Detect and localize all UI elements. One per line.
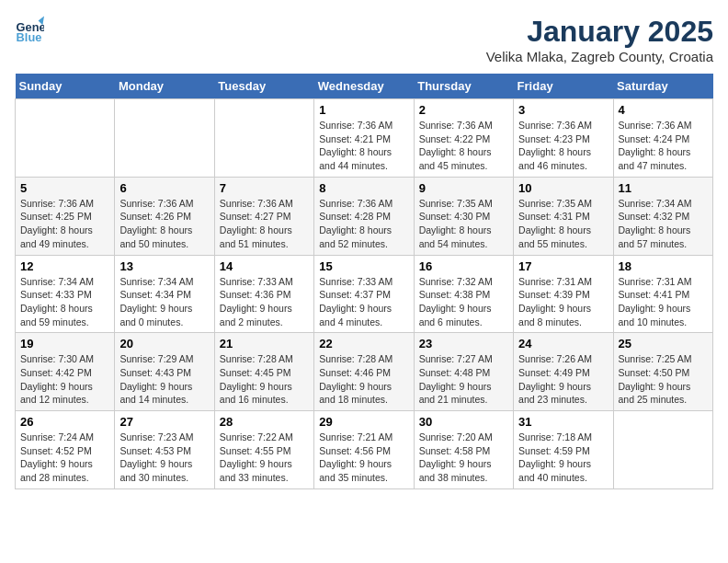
day-number: 10: [518, 181, 608, 195]
day-cell-2: 2Sunrise: 7:36 AMSunset: 4:22 PMDaylight…: [414, 99, 513, 178]
day-number: 23: [419, 337, 508, 350]
day-cell-8: 8Sunrise: 7:36 AMSunset: 4:28 PMDaylight…: [314, 177, 414, 255]
calendar-table: SundayMondayTuesdayWednesdayThursdayFrid…: [15, 74, 713, 489]
day-cell-21: 21Sunrise: 7:28 AMSunset: 4:45 PMDayligh…: [214, 333, 313, 411]
day-cell-4: 4Sunrise: 7:36 AMSunset: 4:24 PMDaylight…: [613, 99, 712, 178]
week-row-4: 19Sunrise: 7:30 AMSunset: 4:42 PMDayligh…: [16, 333, 713, 411]
day-info: Sunrise: 7:35 AMSunset: 4:30 PMDaylight:…: [419, 197, 508, 251]
day-cell-31: 31Sunrise: 7:18 AMSunset: 4:59 PMDayligh…: [514, 411, 613, 489]
day-info: Sunrise: 7:20 AMSunset: 4:58 PMDaylight:…: [419, 431, 508, 485]
empty-cell: [613, 411, 712, 489]
day-info: Sunrise: 7:34 AMSunset: 4:33 PMDaylight:…: [20, 275, 109, 329]
logo-icon: General Blue: [15, 15, 44, 44]
day-info: Sunrise: 7:23 AMSunset: 4:53 PMDaylight:…: [119, 431, 209, 485]
day-number: 21: [220, 337, 309, 350]
day-cell-18: 18Sunrise: 7:31 AMSunset: 4:41 PMDayligh…: [613, 255, 712, 333]
day-number: 7: [220, 181, 309, 195]
day-cell-3: 3Sunrise: 7:36 AMSunset: 4:23 PMDaylight…: [514, 99, 613, 178]
day-info: Sunrise: 7:21 AMSunset: 4:56 PMDaylight:…: [319, 431, 408, 485]
day-info: Sunrise: 7:28 AMSunset: 4:45 PMDaylight:…: [220, 352, 309, 407]
day-info: Sunrise: 7:31 AMSunset: 4:39 PMDaylight:…: [518, 275, 608, 329]
day-cell-13: 13Sunrise: 7:34 AMSunset: 4:34 PMDayligh…: [115, 255, 214, 333]
weekday-header-saturday: Saturday: [613, 74, 712, 99]
day-cell-5: 5Sunrise: 7:36 AMSunset: 4:25 PMDaylight…: [16, 177, 115, 255]
day-number: 19: [20, 337, 109, 350]
day-cell-16: 16Sunrise: 7:32 AMSunset: 4:38 PMDayligh…: [414, 255, 513, 333]
empty-cell: [16, 99, 115, 178]
day-cell-19: 19Sunrise: 7:30 AMSunset: 4:42 PMDayligh…: [16, 333, 115, 411]
day-number: 24: [518, 337, 608, 350]
weekday-header-row: SundayMondayTuesdayWednesdayThursdayFrid…: [16, 74, 713, 99]
day-info: Sunrise: 7:35 AMSunset: 4:31 PMDaylight:…: [518, 197, 608, 251]
day-info: Sunrise: 7:36 AMSunset: 4:25 PMDaylight:…: [20, 197, 109, 251]
day-cell-30: 30Sunrise: 7:20 AMSunset: 4:58 PMDayligh…: [414, 411, 513, 489]
day-cell-1: 1Sunrise: 7:36 AMSunset: 4:21 PMDaylight…: [314, 99, 414, 178]
day-number: 31: [518, 415, 608, 429]
day-info: Sunrise: 7:36 AMSunset: 4:23 PMDaylight:…: [518, 119, 608, 173]
page-header: General Blue January 2025 Velika Mlaka, …: [15, 15, 713, 64]
day-info: Sunrise: 7:28 AMSunset: 4:46 PMDaylight:…: [319, 352, 408, 407]
day-info: Sunrise: 7:36 AMSunset: 4:22 PMDaylight:…: [419, 119, 508, 173]
day-number: 29: [319, 415, 408, 429]
week-row-2: 5Sunrise: 7:36 AMSunset: 4:25 PMDaylight…: [16, 177, 713, 255]
day-number: 6: [119, 181, 209, 195]
day-info: Sunrise: 7:36 AMSunset: 4:24 PMDaylight:…: [619, 119, 708, 173]
day-cell-20: 20Sunrise: 7:29 AMSunset: 4:43 PMDayligh…: [115, 333, 214, 411]
day-number: 26: [20, 415, 109, 429]
weekday-header-thursday: Thursday: [414, 74, 513, 99]
day-number: 18: [619, 259, 708, 273]
weekday-header-wednesday: Wednesday: [314, 74, 414, 99]
day-cell-27: 27Sunrise: 7:23 AMSunset: 4:53 PMDayligh…: [115, 411, 214, 489]
month-title: January 2025: [486, 15, 713, 49]
weekday-header-sunday: Sunday: [16, 74, 115, 99]
day-number: 20: [119, 337, 209, 350]
location-subtitle: Velika Mlaka, Zagreb County, Croatia: [486, 49, 713, 64]
day-number: 15: [319, 259, 408, 273]
day-info: Sunrise: 7:36 AMSunset: 4:28 PMDaylight:…: [319, 197, 408, 251]
day-cell-28: 28Sunrise: 7:22 AMSunset: 4:55 PMDayligh…: [214, 411, 313, 489]
day-info: Sunrise: 7:36 AMSunset: 4:21 PMDaylight:…: [319, 119, 408, 173]
week-row-3: 12Sunrise: 7:34 AMSunset: 4:33 PMDayligh…: [16, 255, 713, 333]
day-info: Sunrise: 7:33 AMSunset: 4:36 PMDaylight:…: [220, 275, 309, 329]
day-number: 14: [220, 259, 309, 273]
day-cell-17: 17Sunrise: 7:31 AMSunset: 4:39 PMDayligh…: [514, 255, 613, 333]
day-number: 1: [319, 103, 408, 117]
day-cell-29: 29Sunrise: 7:21 AMSunset: 4:56 PMDayligh…: [314, 411, 414, 489]
day-number: 27: [119, 415, 209, 429]
day-number: 16: [419, 259, 508, 273]
logo: General Blue: [15, 15, 44, 44]
svg-text:Blue: Blue: [17, 30, 42, 44]
day-info: Sunrise: 7:36 AMSunset: 4:26 PMDaylight:…: [119, 197, 209, 251]
day-cell-7: 7Sunrise: 7:36 AMSunset: 4:27 PMDaylight…: [214, 177, 313, 255]
day-cell-6: 6Sunrise: 7:36 AMSunset: 4:26 PMDaylight…: [115, 177, 214, 255]
day-cell-11: 11Sunrise: 7:34 AMSunset: 4:32 PMDayligh…: [613, 177, 712, 255]
empty-cell: [115, 99, 214, 178]
day-number: 9: [419, 181, 508, 195]
day-info: Sunrise: 7:30 AMSunset: 4:42 PMDaylight:…: [20, 352, 109, 407]
day-info: Sunrise: 7:32 AMSunset: 4:38 PMDaylight:…: [419, 275, 508, 329]
day-number: 12: [20, 259, 109, 273]
day-cell-12: 12Sunrise: 7:34 AMSunset: 4:33 PMDayligh…: [16, 255, 115, 333]
day-number: 8: [319, 181, 408, 195]
weekday-header-monday: Monday: [115, 74, 214, 99]
day-info: Sunrise: 7:27 AMSunset: 4:48 PMDaylight:…: [419, 352, 508, 407]
day-info: Sunrise: 7:26 AMSunset: 4:49 PMDaylight:…: [518, 352, 608, 407]
day-info: Sunrise: 7:33 AMSunset: 4:37 PMDaylight:…: [319, 275, 408, 329]
day-info: Sunrise: 7:25 AMSunset: 4:50 PMDaylight:…: [619, 352, 708, 407]
day-number: 4: [619, 103, 708, 117]
day-number: 30: [419, 415, 508, 429]
day-number: 3: [518, 103, 608, 117]
day-cell-15: 15Sunrise: 7:33 AMSunset: 4:37 PMDayligh…: [314, 255, 414, 333]
day-info: Sunrise: 7:31 AMSunset: 4:41 PMDaylight:…: [619, 275, 708, 329]
day-info: Sunrise: 7:18 AMSunset: 4:59 PMDaylight:…: [518, 431, 608, 485]
weekday-header-tuesday: Tuesday: [214, 74, 313, 99]
day-number: 11: [619, 181, 708, 195]
day-number: 25: [619, 337, 708, 350]
day-number: 28: [220, 415, 309, 429]
day-cell-26: 26Sunrise: 7:24 AMSunset: 4:52 PMDayligh…: [16, 411, 115, 489]
weekday-header-friday: Friday: [514, 74, 613, 99]
day-cell-9: 9Sunrise: 7:35 AMSunset: 4:30 PMDaylight…: [414, 177, 513, 255]
day-cell-14: 14Sunrise: 7:33 AMSunset: 4:36 PMDayligh…: [214, 255, 313, 333]
day-cell-25: 25Sunrise: 7:25 AMSunset: 4:50 PMDayligh…: [613, 333, 712, 411]
day-info: Sunrise: 7:36 AMSunset: 4:27 PMDaylight:…: [220, 197, 309, 251]
